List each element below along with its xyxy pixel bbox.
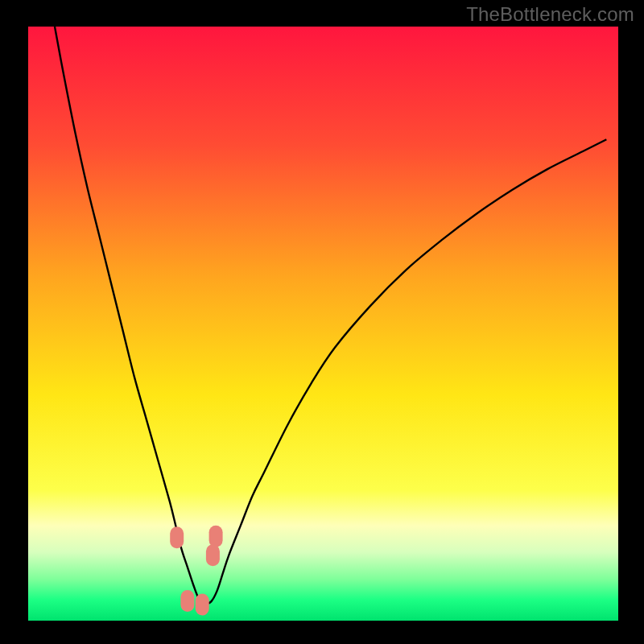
data-marker xyxy=(206,544,220,566)
chart-stage: TheBottleneck.com xyxy=(0,0,644,644)
bottleneck-chart xyxy=(0,0,644,644)
data-marker xyxy=(170,526,184,548)
data-marker xyxy=(209,526,223,547)
watermark-text: TheBottleneck.com xyxy=(466,3,634,26)
data-marker xyxy=(180,590,194,612)
data-marker xyxy=(196,594,209,616)
plot-background xyxy=(28,27,618,621)
